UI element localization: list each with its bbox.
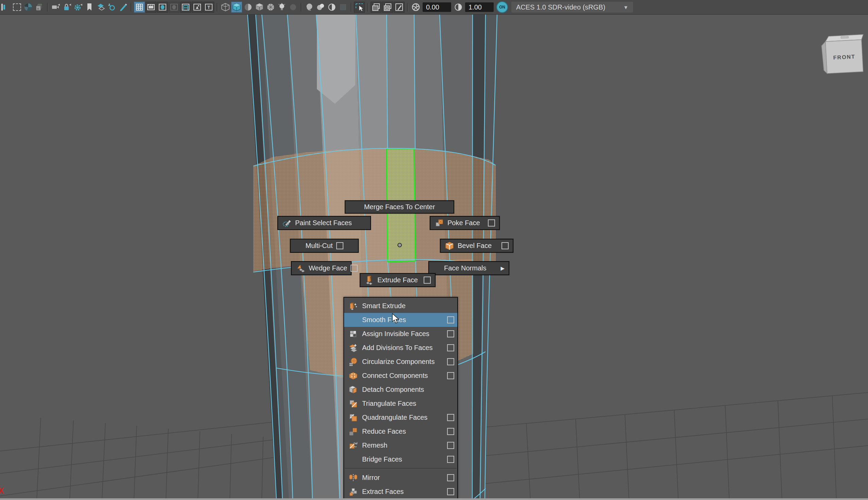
toolbar-separator: [300, 2, 303, 12]
shaded-cube-icon[interactable]: [231, 2, 242, 13]
resolution-gate-icon[interactable]: [157, 2, 168, 13]
menu-item-options-checkbox[interactable]: [447, 488, 454, 495]
panel-layout-nested-icon[interactable]: [382, 2, 393, 13]
menu-item-options-checkbox[interactable]: [447, 344, 454, 351]
render-pie-icon[interactable]: [23, 2, 33, 13]
clipped-left-icon-icon[interactable]: [0, 2, 11, 13]
menu-item-options-checkbox[interactable]: [447, 474, 454, 481]
grid-display-icon[interactable]: [134, 2, 145, 13]
menu-item-circularize-components[interactable]: Circularize Components: [344, 355, 457, 369]
shadows-sphere-icon[interactable]: [288, 2, 298, 13]
select-cursor-icon[interactable]: [354, 2, 365, 13]
texture-hatch-sphere-icon[interactable]: [304, 2, 314, 13]
extrude-face-options-checkbox[interactable]: [424, 276, 431, 284]
gamma-field[interactable]: 1.00: [465, 2, 494, 12]
material-spheres-icon[interactable]: [315, 2, 326, 13]
exposure-field[interactable]: 0.00: [423, 2, 451, 12]
xray-half-sphere-icon[interactable]: [326, 2, 337, 13]
menu-item-label: Add Divisions To Faces: [362, 344, 447, 352]
menu-item-remesh[interactable]: Remesh: [344, 439, 457, 452]
paint-select-icon: [282, 219, 292, 228]
lock-settings-icon[interactable]: [61, 2, 72, 13]
menu-item-options-checkbox[interactable]: [447, 428, 454, 435]
menu-item-options-checkbox[interactable]: [447, 372, 454, 379]
zoom-select-icon[interactable]: [106, 2, 117, 13]
bevel-face-options-checkbox[interactable]: [501, 242, 509, 249]
menu-item-quadrangulate-faces[interactable]: Quadrangulate Faces: [344, 411, 457, 424]
playblast-camera-icon[interactable]: [50, 2, 61, 13]
bevel-face-icon: [445, 241, 454, 250]
marking-item-paint-select-faces[interactable]: Paint Select Faces: [277, 216, 371, 230]
menu-item-options-checkbox[interactable]: [447, 414, 454, 421]
safe-title-icon[interactable]: T: [203, 2, 214, 13]
marking-item-label: Extrude Face: [378, 276, 420, 284]
marking-item-wedge-face[interactable]: Wedge Face: [291, 261, 351, 275]
exposure-aperture-icon[interactable]: [410, 2, 421, 13]
toolbar-separator: [349, 2, 352, 12]
toolbar-separator: [46, 2, 49, 12]
menu-item-assign-invisible-faces[interactable]: Assign Invisible Faces: [344, 327, 457, 341]
toolbar-separator: [216, 2, 219, 12]
color-management-on-button[interactable]: ON: [496, 1, 508, 13]
menu-item-options-checkbox[interactable]: [447, 358, 454, 365]
add-divisions-icon: [347, 343, 359, 353]
menu-separator: [345, 468, 456, 469]
wireframe-cube-icon[interactable]: [220, 2, 231, 13]
menu-item-options-checkbox[interactable]: [447, 316, 454, 323]
textured-cube-icon[interactable]: [254, 2, 265, 13]
menu-item-detach-components[interactable]: Detach Components: [344, 383, 457, 397]
safe-action-icon[interactable]: [192, 2, 202, 13]
display-layers-icon[interactable]: [95, 2, 106, 13]
icon-spacer: [347, 315, 359, 325]
menu-item-label: Triangulate Faces: [362, 400, 454, 408]
chevron-down-icon: ▼: [623, 4, 628, 10]
marking-item-extrude-face[interactable]: Extrude Face: [360, 273, 436, 287]
remesh-icon: [347, 441, 359, 450]
gamma-contrast-icon[interactable]: [453, 2, 463, 13]
menu-item-mirror[interactable]: Mirror: [344, 471, 457, 485]
image-stack-icon[interactable]: [34, 2, 45, 13]
menu-item-triangulate-faces[interactable]: Triangulate Faces: [344, 397, 457, 411]
marking-item-merge-faces-to-center[interactable]: Merge Faces To Center: [345, 200, 454, 214]
quadrangulate-icon: [347, 413, 359, 422]
triangulate-icon: [347, 399, 359, 409]
menu-item-options-checkbox[interactable]: [447, 442, 454, 449]
isolate-select-frame-icon[interactable]: [338, 2, 348, 13]
textured-sphere-icon[interactable]: [265, 2, 276, 13]
viewcube[interactable]: FRONT: [813, 33, 868, 78]
extract-faces-icon: [347, 487, 359, 497]
marking-item-label: Bevel Face: [458, 242, 498, 250]
wedge-face-options-checkbox[interactable]: [350, 265, 358, 272]
menu-item-connect-components[interactable]: Connect Components: [344, 369, 457, 383]
poke-face-options-checkbox[interactable]: [488, 219, 495, 227]
render-region-icon[interactable]: [12, 2, 22, 13]
marking-item-multi-cut[interactable]: Multi-Cut: [290, 239, 359, 253]
panel-layout-single-icon[interactable]: [371, 2, 381, 13]
menu-item-extract-faces[interactable]: Extract Faces: [344, 485, 457, 499]
circularize-icon: [347, 357, 359, 367]
pencil-tool-icon[interactable]: [118, 2, 128, 13]
gate-mask-icon[interactable]: [169, 2, 180, 13]
field-chart-icon[interactable]: [180, 2, 191, 13]
marking-item-poke-face[interactable]: Poke Face: [430, 216, 500, 230]
view-transform-dropdown[interactable]: ACES 1.0 SDR-video (sRGB)▼: [511, 2, 633, 13]
film-gate-icon[interactable]: [146, 2, 157, 13]
menu-item-options-checkbox[interactable]: [447, 456, 454, 463]
marking-item-bevel-face[interactable]: Bevel Face: [440, 239, 513, 253]
render-settings-gear-icon[interactable]: [73, 2, 83, 13]
marking-item-face-normals[interactable]: Face Normals ▶: [428, 261, 509, 275]
menu-item-reduce-faces[interactable]: Reduce Faces: [344, 424, 457, 439]
panel-image-editor-icon[interactable]: [394, 2, 405, 13]
lights-bulb-icon[interactable]: [276, 2, 287, 13]
menu-item-bridge-faces[interactable]: Bridge Faces: [344, 452, 457, 466]
marking-item-label: Poke Face: [448, 219, 485, 227]
bookmark-icon[interactable]: [84, 2, 94, 13]
marking-menu-center-dot: [397, 243, 402, 247]
menu-item-smart-extrude[interactable]: Smart Extrude: [344, 299, 457, 313]
checker-sphere-icon[interactable]: [243, 2, 253, 13]
menu-item-options-checkbox[interactable]: [447, 330, 454, 338]
view-transform-value: ACES 1.0 SDR-video (sRGB): [516, 3, 605, 11]
detach-components-icon: [347, 385, 359, 395]
menu-item-add-divisions-to-faces[interactable]: Add Divisions To Faces: [344, 341, 457, 355]
multi-cut-options-checkbox[interactable]: [336, 242, 344, 249]
